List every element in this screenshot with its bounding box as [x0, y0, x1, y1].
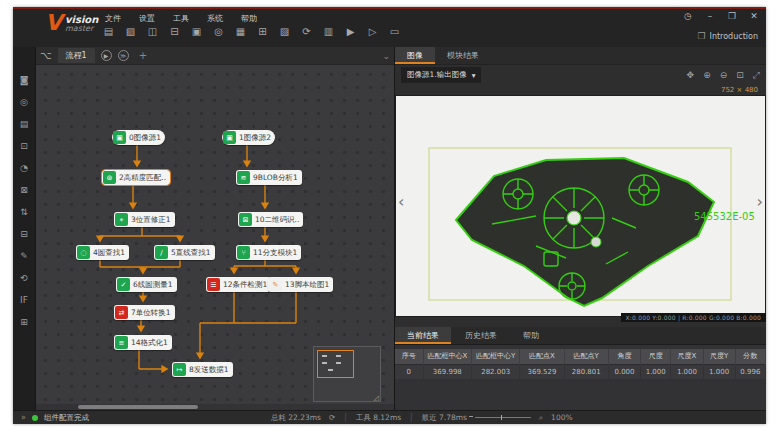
camera-icon[interactable]: ◎ — [211, 24, 226, 38]
results-tab-0[interactable]: 当前结果 — [395, 327, 451, 344]
align-split-icon[interactable]: ⇅ — [17, 205, 32, 219]
minimize-icon[interactable]: – — [704, 11, 716, 21]
flow-node-n6[interactable]: ✓6线圆测量1 — [116, 277, 177, 292]
clock-icon[interactable]: ◷ — [682, 11, 694, 21]
open-icon[interactable]: ▧ — [123, 24, 138, 38]
refresh-icon[interactable]: ⟳ — [299, 24, 314, 38]
close-icon[interactable]: ✕ — [748, 11, 760, 21]
global-script-icon[interactable]: ▭ — [387, 24, 402, 38]
status-ok-indicator — [32, 415, 38, 421]
save-icon[interactable]: ▤ — [101, 24, 116, 38]
storage-icon[interactable]: ▥ — [321, 24, 336, 38]
focus-region-icon[interactable]: ⊡ — [17, 139, 32, 153]
run-icon[interactable]: ▶ — [343, 24, 358, 38]
results-tab-2[interactable]: 帮助 — [511, 327, 551, 344]
results-header-0: 序号 — [395, 349, 423, 364]
node-label-n6: 6线圆测量1 — [133, 280, 173, 290]
flow-collapse-caret[interactable]: ⌄ — [382, 51, 390, 61]
results-cell-0-0: 0 — [395, 364, 423, 379]
pan-icon[interactable]: ✥ — [687, 70, 695, 81]
results-header-5: 角度 — [608, 349, 640, 364]
main-area: ◙◎▤⊡◔⊠⇅⊟✎⟲IF⊞ ⌥ 流程1 ▶ ≫ + ⌄ — [13, 47, 766, 410]
flow-node-n4[interactable]: ◌4圆查找1 — [76, 245, 129, 260]
package-icon[interactable]: ▨ — [277, 24, 292, 38]
location-target-icon[interactable]: ◎ — [17, 95, 32, 109]
flow-tree-icon[interactable]: ⌥ — [40, 50, 52, 61]
image-source-selector[interactable]: 图像源1.输出图像 ▾ — [401, 67, 481, 83]
recognition-icon[interactable]: ⊠ — [17, 183, 32, 197]
results-tab-1[interactable]: 历史结果 — [453, 327, 509, 344]
zoom-percent: 100% — [551, 413, 572, 422]
introduction-link[interactable]: ❐ Introduction — [697, 31, 758, 41]
modules-icon[interactable]: ▦ — [233, 24, 248, 38]
image-source-label: 图像源1.输出图像 — [407, 70, 467, 80]
pixel-info-strip: X:0.000 Y:0.000 | R:0.000 G:0.000 B:0.00… — [395, 317, 766, 327]
image-viewer[interactable]: ‹ › — [395, 95, 766, 317]
data-queue-icon[interactable]: ⊞ — [255, 24, 270, 38]
header: V vision master 文件设置工具系统帮助 ▤▧◫⊟▣◎▦⊞▨⟳▥▶▷… — [13, 9, 766, 47]
step-run-icon[interactable]: ▷ — [365, 24, 380, 38]
draw-pen-icon[interactable]: ✎ — [17, 249, 32, 263]
image-tool-icon[interactable]: ▤ — [17, 117, 32, 131]
prev-image-arrow[interactable]: ‹ — [398, 194, 404, 210]
flow-canvas[interactable]: ▣0图像源1▣1图像源2⊛2高精度匹配..≋9BLOB分析1⌖3位置修正1⊠10… — [36, 65, 394, 404]
history-icon[interactable]: ⟲ — [17, 271, 32, 285]
image-panel-tab-1[interactable]: 模块结果 — [435, 47, 491, 64]
results-cell-0-6: 1.000 — [641, 364, 671, 379]
run-continuous-button[interactable]: ≫ — [118, 50, 129, 61]
image-panel-tab-0[interactable]: 图像 — [395, 47, 435, 64]
flow-node-n3[interactable]: ⌖3位置修正1 — [114, 212, 175, 227]
flow-node-n14[interactable]: ≡14格式化1 — [114, 335, 172, 350]
flow-node-n8[interactable]: ↦8发送数据1 — [172, 362, 233, 377]
measure-gauge-icon[interactable]: ◔ — [17, 161, 32, 175]
results-header-8: 尺度Y — [703, 349, 735, 364]
magnifier-icon: ⌕ — [539, 413, 543, 423]
flow-node-n0[interactable]: ▣0图像源1 — [112, 130, 165, 145]
flow-node-n7[interactable]: ⇄7单位转换1 — [114, 305, 175, 320]
node-icon-n4: ◌ — [77, 246, 90, 259]
tool-time: 工具 8.12ms — [356, 413, 401, 423]
zoom-slider[interactable] — [475, 417, 531, 418]
logic-if-icon[interactable]: IF — [17, 293, 32, 307]
results-header-7: 尺度X — [671, 349, 703, 364]
export-icon[interactable]: ⊟ — [167, 24, 182, 38]
node-icon-n5: ∕ — [155, 246, 168, 259]
app-window: V vision master 文件设置工具系统帮助 ▤▧◫⊟▣◎▦⊞▨⟳▥▶▷… — [13, 7, 766, 424]
add-flow-button[interactable]: + — [139, 50, 147, 61]
node-label-n0: 0图像源1 — [129, 133, 161, 143]
next-image-arrow[interactable]: › — [757, 194, 763, 210]
minimap-resize-icon[interactable]: ◿ — [374, 394, 379, 402]
flow-node-n13[interactable]: ✎13脚本绘图1 — [268, 277, 333, 292]
results-cell-0-4: 280.801 — [564, 364, 608, 379]
canvas-minimap[interactable]: ◿ — [313, 346, 381, 402]
flow-node-n11[interactable]: ⑂11分支模块1 — [236, 245, 301, 260]
layout-icon[interactable]: ▣ — [189, 24, 204, 38]
flow-node-n2[interactable]: ⊛2高精度匹配.. — [102, 170, 170, 185]
save-all-icon[interactable]: ◫ — [145, 24, 160, 38]
restore-icon[interactable]: ❐ — [726, 11, 738, 21]
table-row[interactable]: 0369.998282.003369.529280.8010.0001.0001… — [395, 364, 766, 379]
results-header-3: 匹配点X — [520, 349, 564, 364]
loop-icon[interactable]: ⟳ — [329, 413, 335, 422]
flow-node-n9[interactable]: ≋9BLOB分析1 — [236, 170, 302, 185]
window-controls: ◷–❐✕ — [682, 11, 760, 21]
flow-node-n10[interactable]: ⊠10二维码识.. — [238, 212, 303, 227]
flow-node-n1[interactable]: ▣1图像源2 — [222, 130, 275, 145]
results-tabs: 当前结果历史结果帮助 — [395, 327, 766, 345]
flow-editor: ⌥ 流程1 ▶ ≫ + ⌄ — [36, 47, 395, 410]
statusbar-expand-icon[interactable]: » — [21, 413, 26, 422]
zoom-in-icon[interactable]: ⊕ — [703, 70, 711, 81]
zoom-out-icon[interactable]: ⊖ — [720, 70, 728, 81]
calc-icon[interactable]: ⊞ — [17, 315, 32, 329]
canvas-hscroll-thumb[interactable] — [78, 405, 198, 409]
flow-node-n5[interactable]: ∕5直线查找1 — [154, 245, 215, 260]
fit-screen-icon[interactable]: ⤢ — [753, 70, 760, 81]
node-icon-n13: ✎ — [269, 278, 282, 291]
one-to-one-icon[interactable]: ⊡ — [736, 70, 744, 81]
flow-node-n12[interactable]: ☰12条件检测1 — [206, 277, 271, 292]
acquisition-camera-icon[interactable]: ◙ — [17, 73, 32, 87]
flow-tab[interactable]: 流程1 — [58, 48, 95, 63]
run-once-button[interactable]: ▶ — [101, 50, 112, 61]
calibration-icon[interactable]: ⊟ — [17, 227, 32, 241]
node-icon-n14: ≡ — [115, 336, 128, 349]
